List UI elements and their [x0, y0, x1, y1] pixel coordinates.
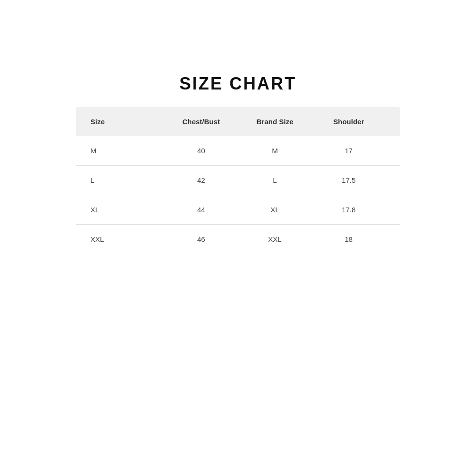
table-row: XXL 46 XXL 18	[76, 225, 400, 254]
cell-shoulder: 17.8	[312, 206, 386, 214]
cell-brand: XL	[238, 206, 312, 214]
page-title: SIZE CHART	[179, 74, 297, 94]
cell-shoulder: 18	[312, 235, 386, 243]
header-shoulder: Shoulder	[312, 118, 386, 126]
table-header: Size Chest/Bust Brand Size Shoulder	[76, 107, 400, 136]
cell-size: XXL	[90, 235, 164, 243]
cell-size: XL	[90, 206, 164, 214]
table-row: M 40 M 17	[76, 136, 400, 166]
header-size: Size	[90, 118, 164, 126]
cell-shoulder: 17	[312, 147, 386, 155]
cell-brand: XXL	[238, 235, 312, 243]
cell-shoulder: 17.5	[312, 176, 386, 184]
cell-size: L	[90, 176, 164, 184]
cell-chest: 46	[164, 235, 238, 243]
cell-brand: M	[238, 147, 312, 155]
table-row: XL 44 XL 17.8	[76, 195, 400, 225]
cell-size: M	[90, 147, 164, 155]
cell-chest: 42	[164, 176, 238, 184]
cell-chest: 44	[164, 206, 238, 214]
page-wrapper: SIZE CHART Size Chest/Bust Brand Size Sh…	[0, 0, 476, 476]
size-chart-table: Size Chest/Bust Brand Size Shoulder M 40…	[76, 107, 400, 254]
table-row: L 42 L 17.5	[76, 166, 400, 195]
cell-chest: 40	[164, 147, 238, 155]
cell-brand: L	[238, 176, 312, 184]
table-body: M 40 M 17 L 42 L 17.5 XL 44 XL 17.8 XXL …	[76, 136, 400, 254]
header-chest: Chest/Bust	[164, 118, 238, 126]
header-brand: Brand Size	[238, 118, 312, 126]
